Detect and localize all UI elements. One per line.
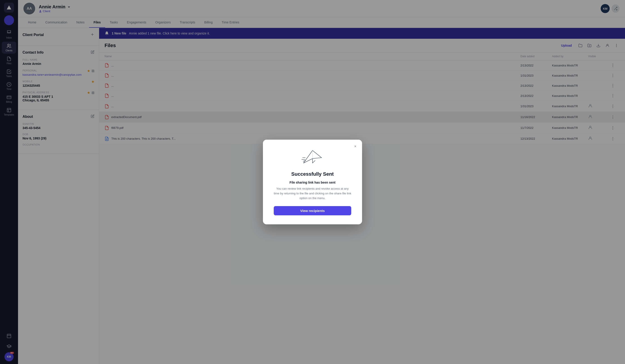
modal-subtitle: File sharing link has been sent [274,181,351,184]
view-recipients-button[interactable]: View recipients [274,206,351,215]
paper-plane-icon [301,149,324,167]
modal-close-button[interactable]: × [352,143,358,150]
modal-body: You can review link recipients and revok… [274,186,351,200]
success-modal: × Successfully Sent File sharing link ha… [263,140,362,224]
modal-title: Successfully Sent [274,171,351,177]
svg-line-48 [312,160,315,163]
modal-overlay[interactable]: × Successfully Sent File sharing link ha… [0,0,625,364]
